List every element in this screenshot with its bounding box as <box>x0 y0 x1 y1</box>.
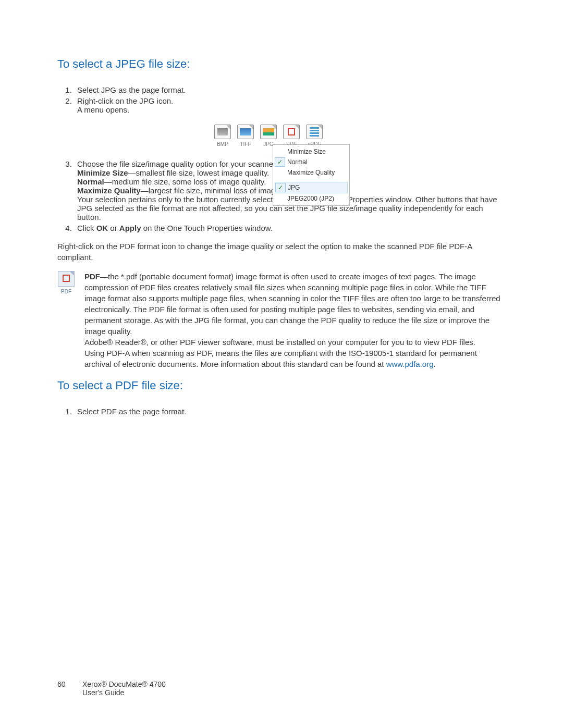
pdf-icon <box>283 125 300 139</box>
minimize-size-desc: —smallest file size, lowest image qualit… <box>128 168 270 177</box>
pdfa-link[interactable]: www.pdfa.org <box>386 360 434 368</box>
format-pdf: PDF <box>282 125 301 147</box>
menu-jp2[interactable]: JPEG2000 (JP2) <box>275 193 348 204</box>
pdf-paragraph-3: Using PDF-A when scanning as PDF, means … <box>84 348 506 369</box>
tiff-icon <box>237 125 254 139</box>
format-tiff: TIFF <box>236 125 255 147</box>
menu-separator <box>275 178 348 182</box>
pdf-text-column: PDF—the *.pdf (portable document format)… <box>84 271 506 369</box>
format-jpg: JPG <box>259 125 278 147</box>
step-2-text: Right-click on the JPG icon. <box>77 96 173 105</box>
pdf-p1-text: —the *.pdf (portable document format) im… <box>84 272 500 336</box>
menu-minimize-size[interactable]: Minimize Size <box>275 146 348 157</box>
menu-check-empty <box>275 168 285 177</box>
heading-jpeg-size: To select a JPEG file size: <box>57 57 506 71</box>
step-4-post: on the One Touch Properties window. <box>141 224 273 232</box>
jpg-menu-figure: BMP TIFF JPG PDF sPDF Minimize Size <box>213 125 350 147</box>
maximize-quality-bold: Maximize Quality <box>77 186 141 195</box>
apply-bold: Apply <box>119 224 141 232</box>
footer-guide: User's Guide <box>82 688 124 697</box>
footer-product: Xerox® DocuMate® 4700 <box>82 680 166 688</box>
pdf-intro-paragraph: Right-click on the PDF format icon to ch… <box>57 241 506 263</box>
normal-bold: Normal <box>77 177 104 186</box>
step-4-pre: Click <box>77 224 96 232</box>
ok-bold: OK <box>96 224 108 232</box>
spdf-icon <box>306 125 323 139</box>
page-number: 60 <box>57 680 80 688</box>
pdf-paragraph-2: Adobe® Reader®, or other PDF viewer soft… <box>84 337 506 348</box>
pdf-file-icon <box>58 271 75 287</box>
step-2: Right-click on the JPG icon. A menu open… <box>74 96 506 114</box>
menu-check-empty <box>275 194 285 203</box>
step-1: Select JPG as the page format. <box>74 85 506 94</box>
pdf-description-block: PDF PDF—the *.pdf (portable document for… <box>57 271 506 369</box>
pdf-p3-post: . <box>434 360 436 368</box>
step-4: Click OK or Apply on the One Touch Prope… <box>74 224 506 232</box>
step-2-sub: A menu opens. <box>77 105 506 114</box>
menu-jp2-label: JPEG2000 (JP2) <box>287 195 334 202</box>
format-icon-row: BMP TIFF JPG PDF sPDF <box>213 125 350 147</box>
context-menu[interactable]: Minimize Size ✓ Normal Maximize Quality … <box>273 144 350 206</box>
menu-maximize-quality[interactable]: Maximize Quality <box>275 167 348 178</box>
menu-normal[interactable]: ✓ Normal <box>275 157 348 167</box>
menu-minimize-label: Minimize Size <box>287 148 326 155</box>
menu-normal-label: Normal <box>287 158 308 166</box>
checkmark-icon: ✓ <box>275 157 285 167</box>
tiff-label: TIFF <box>236 141 255 147</box>
step-4-mid: or <box>108 224 119 232</box>
document-page: To select a JPEG file size: Select JPG a… <box>0 0 563 728</box>
page-footer: 60 Xerox® DocuMate® 4700 User's Guide <box>57 680 166 697</box>
bmp-label: BMP <box>213 141 232 147</box>
bmp-icon <box>214 125 231 139</box>
menu-maximize-label: Maximize Quality <box>287 169 335 176</box>
heading-pdf-size: To select a PDF file size: <box>57 379 506 392</box>
pdf-thumbnail: PDF <box>57 271 75 369</box>
pdf-step-1: Select PDF as the page format. <box>74 407 506 416</box>
normal-desc: —medium file size, some loss of image qu… <box>104 177 266 186</box>
menu-jpg[interactable]: ✓ JPG <box>275 182 348 193</box>
pdf-paragraph-1: PDF—the *.pdf (portable document format)… <box>84 271 506 337</box>
menu-jpg-label: JPG <box>288 184 300 191</box>
format-bmp: BMP <box>213 125 232 147</box>
menu-check-empty <box>275 147 285 156</box>
format-spdf: sPDF <box>305 125 324 147</box>
pdf-thumb-label: PDF <box>57 289 75 294</box>
pdf-bold: PDF <box>84 272 100 281</box>
jpeg-steps-list-1: Select JPG as the page format. Right-cli… <box>57 85 506 114</box>
jpg-icon <box>260 125 277 139</box>
pdf-steps-list: Select PDF as the page format. <box>57 407 506 416</box>
minimize-size-bold: Minimize Size <box>77 168 128 177</box>
checkmark-icon: ✓ <box>275 183 286 192</box>
